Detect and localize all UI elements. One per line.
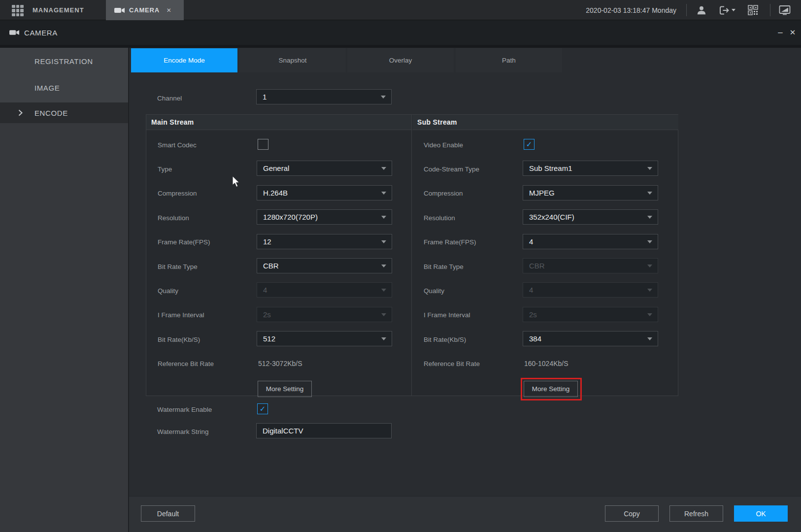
reference-bit-rate-value: 512-3072Kb/S <box>258 360 302 367</box>
field-label: Frame Rate(FPS) <box>424 238 476 246</box>
camera-tab-label: CAMERA <box>129 6 160 14</box>
sub-stream-body: Video Enable✓Code-Stream TypeSub Stream1… <box>412 131 678 400</box>
field-label: Quality <box>424 287 444 295</box>
dropdown-arrow-icon <box>381 192 386 195</box>
compression-select[interactable]: MJPEG <box>523 185 658 200</box>
dropdown-arrow-icon <box>381 240 386 243</box>
minimize-icon[interactable]: – <box>775 20 785 45</box>
reference-bit-rate-value: 160-1024Kb/S <box>524 360 568 367</box>
field-row-code-stream-type: Code-Stream TypeSub Stream1 <box>412 157 678 181</box>
tab-snapshot[interactable]: Snapshot <box>239 48 346 72</box>
frame-rate-fps-select[interactable]: 12 <box>257 234 392 249</box>
field-row-compression: CompressionH.264B <box>146 181 411 205</box>
camera-tab[interactable]: CAMERA ✕ <box>106 0 184 20</box>
dropdown-arrow-icon <box>381 167 386 170</box>
chevron-down-icon[interactable] <box>732 0 735 20</box>
sidebar-item-encode[interactable]: ENCODE <box>0 102 128 123</box>
top-bar: MANAGEMENT CAMERA ✕ 2020-02-03 13:18:47 … <box>0 0 801 20</box>
field-label: Quality <box>158 287 178 295</box>
more-setting-button[interactable]: More Setting <box>524 381 578 397</box>
quality-select: 4 <box>523 282 658 298</box>
dropdown-arrow-icon <box>647 216 652 219</box>
window-title: CAMERA <box>24 29 58 37</box>
chevron-right-icon <box>18 109 23 116</box>
user-icon[interactable] <box>696 0 707 20</box>
select-value: CBR <box>263 262 279 270</box>
dropdown-arrow-icon <box>647 192 652 195</box>
copy-button[interactable]: Copy <box>605 505 659 522</box>
sub-stream-title: Sub Stream <box>412 115 678 130</box>
i-frame-interval-select: 2s <box>523 307 658 322</box>
management-label[interactable]: MANAGEMENT <box>33 0 84 20</box>
watermark-enable-label: Watermark Enable <box>157 406 212 413</box>
tab-encode-mode[interactable]: Encode Mode <box>131 48 237 72</box>
topbar-divider <box>770 4 770 16</box>
watermark-string-label: Watermark String <box>157 428 209 435</box>
smart-codec-checkbox[interactable] <box>258 139 268 150</box>
field-row-bit-rate-type: Bit Rate TypeCBR <box>146 254 411 278</box>
dropdown-arrow-icon <box>381 216 386 219</box>
field-label: Compression <box>424 190 463 197</box>
main-stream-panel: Main Stream Smart CodecTypeGeneralCompre… <box>146 115 412 396</box>
resolution-select[interactable]: 352x240(CIF) <box>523 209 658 225</box>
bit-rate-kb-s-select[interactable]: 384 <box>523 331 658 346</box>
select-value: 512 <box>263 334 275 343</box>
refresh-button[interactable]: Refresh <box>669 505 723 522</box>
sidebar-item-image[interactable]: IMAGE <box>0 74 128 101</box>
select-value: General <box>263 164 289 172</box>
channel-label: Channel <box>157 95 182 102</box>
channel-select[interactable]: 1 <box>256 89 392 104</box>
compression-select[interactable]: H.264B <box>257 185 392 200</box>
datetime-display: 2020-02-03 13:18:47 Monday <box>586 0 676 20</box>
video-enable-checkbox[interactable]: ✓ <box>524 139 534 150</box>
select-value: MJPEG <box>529 189 555 197</box>
close-icon[interactable]: ✕ <box>167 7 171 14</box>
select-value: 4 <box>529 286 533 294</box>
channel-value: 1 <box>263 93 267 101</box>
field-label: Video Enable <box>424 141 463 148</box>
logout-icon[interactable] <box>718 0 730 20</box>
main-stream-body: Smart CodecTypeGeneralCompressionH.264BR… <box>146 131 411 400</box>
field-row-i-frame-interval: I Frame Interval2s <box>146 303 411 327</box>
qr-code-icon[interactable] <box>748 0 758 20</box>
camera-icon <box>9 29 19 36</box>
field-label: Resolution <box>424 214 455 221</box>
bit-rate-kb-s-select[interactable]: 512 <box>257 331 392 346</box>
field-row-reference-bit-rate: Reference Bit Rate160-1024Kb/S <box>412 352 678 376</box>
default-button[interactable]: Default <box>141 505 195 522</box>
close-icon[interactable]: ✕ <box>788 20 798 45</box>
frame-rate-fps-select[interactable]: 4 <box>523 234 658 249</box>
field-row-frame-rate-fps: Frame Rate(FPS)12 <box>146 230 411 254</box>
main-stream-title: Main Stream <box>146 115 411 130</box>
more-setting-button[interactable]: More Setting <box>258 381 312 397</box>
dropdown-arrow-icon <box>647 240 652 243</box>
field-label: Frame Rate(FPS) <box>158 238 210 246</box>
select-value: CBR <box>529 262 545 270</box>
ok-button[interactable]: OK <box>734 505 788 522</box>
sidebar-item-registration[interactable]: REGISTRATION <box>0 48 128 74</box>
camera-icon <box>114 7 125 14</box>
bit-rate-type-select: CBR <box>523 258 658 273</box>
watermark-enable-checkbox[interactable]: ✓ <box>257 403 268 414</box>
field-label: Bit Rate Type <box>158 263 198 270</box>
bit-rate-type-select[interactable]: CBR <box>257 258 392 273</box>
select-value: 384 <box>529 334 541 343</box>
display-icon[interactable] <box>779 0 791 20</box>
field-label: Reference Bit Rate <box>424 360 480 367</box>
sub-stream-panel: Sub Stream Video Enable✓Code-Stream Type… <box>412 115 678 396</box>
select-value: 2s <box>529 310 537 319</box>
dropdown-arrow-icon <box>381 289 386 292</box>
tab-overlay[interactable]: Overlay <box>347 48 454 72</box>
resolution-select[interactable]: 1280x720(720P) <box>257 209 392 225</box>
dropdown-arrow-icon <box>381 313 386 316</box>
field-label: Smart Codec <box>158 141 197 148</box>
code-stream-type-select[interactable]: Sub Stream1 <box>523 161 658 176</box>
field-label: I Frame Interval <box>424 311 470 319</box>
field-row-more-setting: More Setting <box>412 376 678 400</box>
type-select[interactable]: General <box>257 161 392 176</box>
field-row-bit-rate-type: Bit Rate TypeCBR <box>412 254 678 278</box>
watermark-string-input[interactable]: DigitalCCTV <box>256 423 392 438</box>
field-row-more-setting: More Setting <box>146 376 411 400</box>
apps-grid-icon[interactable] <box>12 5 24 16</box>
tab-path[interactable]: Path <box>456 48 562 72</box>
